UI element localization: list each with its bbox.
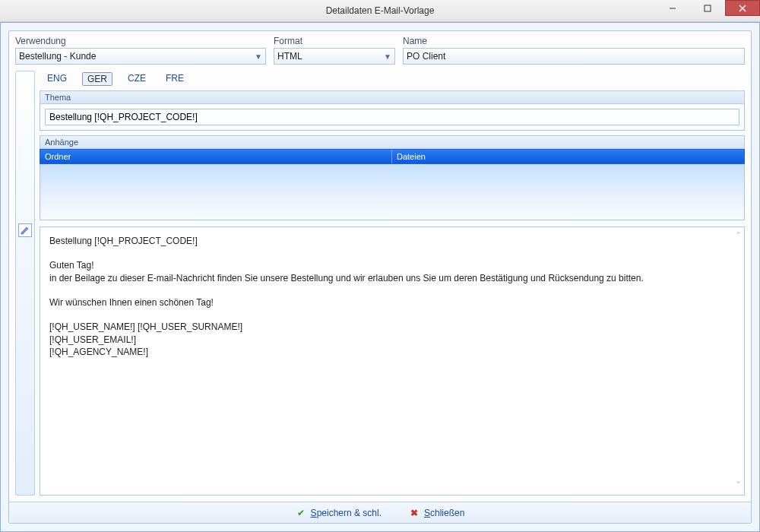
- theme-section-header: Thema: [40, 90, 745, 104]
- column-files[interactable]: Dateien: [392, 150, 744, 163]
- format-value: HTML: [277, 51, 302, 62]
- scroll-down-icon: ˅: [736, 480, 741, 492]
- side-strip: [15, 71, 35, 496]
- cancel-close-button[interactable]: ✖ Schließen: [409, 508, 464, 518]
- maximize-button[interactable]: [690, 0, 725, 16]
- email-body-text: Bestellung [!QH_PROJECT_CODE!] Guten Tag…: [49, 235, 735, 358]
- chevron-down-icon: ▼: [384, 52, 391, 61]
- title-bar: Detaildaten E-Mail-Vorlage: [0, 0, 760, 22]
- close-button[interactable]: [725, 0, 760, 16]
- attachments-column-headers: Ordner Dateien: [40, 149, 745, 164]
- format-label: Format: [274, 36, 395, 46]
- chevron-down-icon: ▼: [255, 52, 262, 61]
- name-input[interactable]: PO Client: [403, 48, 745, 65]
- usage-value: Bestellung - Kunde: [19, 51, 96, 62]
- scroll-up-icon: ˄: [736, 230, 741, 242]
- name-label: Name: [403, 36, 745, 46]
- bottom-action-bar: ✔ Speichern & schl. ✖ Schließen: [9, 502, 751, 523]
- header-fields: Verwendung Bestellung - Kunde ▼ Format H…: [9, 31, 751, 71]
- tab-eng[interactable]: ENG: [43, 72, 71, 86]
- window-title: Detaildaten E-Mail-Vorlage: [326, 5, 435, 16]
- format-combo[interactable]: HTML ▼: [274, 48, 395, 65]
- svg-rect-1: [705, 5, 711, 11]
- language-tabs: ENG GER CZE FRE: [40, 71, 745, 87]
- tab-fre[interactable]: FRE: [161, 72, 188, 86]
- attachments-section-header: Anhänge: [40, 135, 745, 149]
- check-icon: ✔: [296, 508, 306, 518]
- x-icon: ✖: [409, 508, 420, 518]
- attachments-list[interactable]: [40, 164, 745, 220]
- usage-label: Verwendung: [15, 36, 266, 46]
- save-and-close-button[interactable]: ✔ Speichern & schl.: [296, 508, 382, 518]
- edit-icon[interactable]: [18, 223, 32, 237]
- minimize-button[interactable]: [655, 0, 690, 16]
- email-body-area[interactable]: ˄ Bestellung [!QH_PROJECT_CODE!] Guten T…: [40, 226, 745, 496]
- theme-input[interactable]: [45, 109, 739, 125]
- name-value: PO Client: [407, 51, 445, 62]
- theme-box: [40, 104, 745, 131]
- tab-ger[interactable]: GER: [82, 72, 112, 86]
- usage-combo[interactable]: Bestellung - Kunde ▼: [15, 48, 266, 65]
- column-folder[interactable]: Ordner: [40, 150, 392, 163]
- tab-cze[interactable]: CZE: [123, 72, 150, 86]
